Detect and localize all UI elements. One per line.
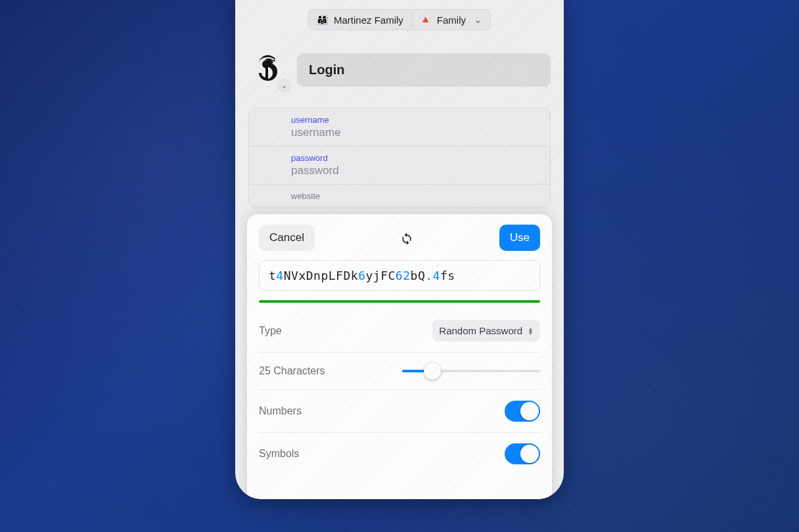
type-value: Random Password	[439, 325, 522, 336]
field-label: website	[291, 191, 541, 201]
vault-breadcrumb: 👨‍👩‍👧 Martinez Family 🔺 Family ⌄	[235, 0, 564, 30]
type-label: Type	[259, 325, 282, 337]
category-icon: 🔺	[420, 14, 432, 26]
item-icon-wrap[interactable]: ⌄	[248, 50, 288, 89]
website-field[interactable]: website	[249, 185, 550, 208]
symbols-row: Symbols	[259, 433, 540, 475]
field-label: password	[291, 153, 541, 163]
cancel-button[interactable]: Cancel	[259, 225, 315, 251]
length-slider[interactable]	[402, 363, 540, 379]
symbols-toggle[interactable]	[505, 443, 540, 464]
item-title-field[interactable]: Login	[297, 53, 551, 87]
password-field[interactable]: password password	[249, 146, 550, 185]
numbers-toggle[interactable]	[505, 401, 540, 422]
slider-thumb[interactable]	[424, 363, 441, 380]
icon-picker-chevron-icon[interactable]: ⌄	[277, 79, 290, 92]
up-down-icon: ▲▼	[528, 327, 534, 335]
length-row: 25 Characters	[259, 353, 540, 390]
type-select[interactable]: Random Password ▲▼	[432, 320, 540, 342]
password-strength-bar	[259, 300, 540, 303]
length-label: 25 Characters	[259, 365, 325, 377]
chevron-down-icon: ⌄	[474, 14, 482, 26]
category-chip[interactable]: 🔺 Family ⌄	[412, 9, 491, 30]
field-label: username	[291, 115, 541, 125]
numbers-row: Numbers	[259, 390, 540, 433]
username-field[interactable]: username username	[249, 108, 550, 146]
item-header: ⌄ Login	[235, 30, 564, 96]
generated-password-display[interactable]: t4NVxDnpLFDk6yjFC62bQ.4fs	[259, 260, 540, 291]
refresh-icon	[400, 231, 413, 244]
use-button[interactable]: Use	[499, 225, 540, 251]
field-value: password	[291, 164, 541, 177]
symbols-label: Symbols	[259, 448, 299, 460]
device-frame: 👨‍👩‍👧 Martinez Family 🔺 Family ⌄ ⌄ Login	[235, 0, 564, 499]
category-name: Family	[437, 14, 466, 26]
item-title: Login	[309, 62, 344, 77]
credential-fields: username username password password webs…	[248, 108, 551, 208]
numbers-label: Numbers	[259, 405, 302, 417]
password-generator-sheet: Cancel Use t4NVxDnpLFDk6yjFC62bQ.4fs Typ…	[247, 214, 552, 499]
vault-chip[interactable]: 👨‍👩‍👧 Martinez Family	[308, 9, 412, 30]
field-value: username	[291, 126, 541, 139]
regenerate-button[interactable]	[395, 226, 419, 250]
type-row: Type Random Password ▲▼	[259, 309, 540, 353]
page-background: 👨‍👩‍👧 Martinez Family 🔺 Family ⌄ ⌄ Login	[0, 0, 799, 532]
vault-name: Martinez Family	[334, 14, 403, 26]
vault-icon: 👨‍👩‍👧	[317, 14, 329, 26]
